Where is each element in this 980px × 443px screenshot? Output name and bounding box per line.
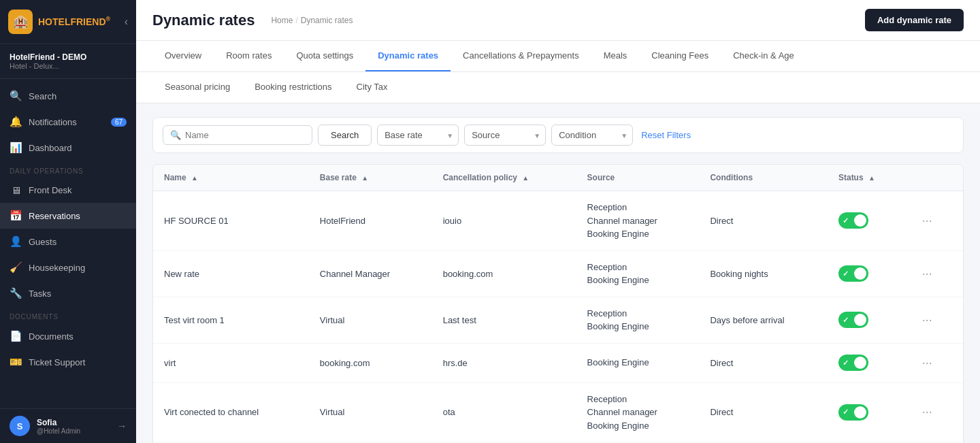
toggle-knob (854, 314, 866, 326)
search-button[interactable]: Search (318, 125, 372, 146)
reset-filters-button[interactable]: Reset Filters (641, 130, 691, 140)
cell-base-rate: Virtual (309, 382, 432, 442)
ticket-icon: 🎫 (10, 356, 22, 368)
row-actions-button[interactable]: ··· (917, 264, 938, 284)
sidebar-item-dashboard[interactable]: 📊 Dashboard (0, 135, 136, 161)
tab-overview[interactable]: Overview (152, 41, 214, 71)
row-actions-button[interactable]: ··· (917, 211, 938, 231)
row-actions-button[interactable]: ··· (917, 310, 938, 330)
toggle-knob (854, 357, 866, 369)
sidebar-item-tasks[interactable]: 🔧 Tasks (0, 280, 136, 306)
sidebar-item-ticket-support[interactable]: 🎫 Ticket Support (0, 349, 136, 375)
add-dynamic-rate-button[interactable]: Add dynamic rate (865, 9, 964, 31)
cell-cancellation-policy: Last test (432, 297, 576, 343)
table-row: New rate Channel Manager booking.com Rec… (153, 250, 963, 297)
tab-cleaning-fees[interactable]: Cleaning Fees (639, 41, 721, 71)
cell-status: ✓ (828, 297, 906, 343)
sort-arrow-base-rate: ▲ (361, 174, 368, 182)
sort-arrow-name: ▲ (191, 174, 198, 182)
sidebar-hotel-info: HotelFriend - DEMO Hotel - Delux... (0, 44, 136, 79)
cell-base-rate: Virtual (309, 297, 432, 343)
cell-cancellation-policy: hrs.de (432, 343, 576, 382)
sidebar-item-search[interactable]: 🔍 Search (0, 83, 136, 109)
tab-cancellations[interactable]: Cancellations & Prepayments (451, 41, 591, 71)
cell-source: ReceptionChannel managerBooking Engine (576, 191, 700, 251)
row-actions-button[interactable]: ··· (917, 402, 938, 422)
source-select[interactable]: Source (464, 125, 546, 146)
cell-actions: ··· (906, 191, 963, 251)
row-actions-button[interactable]: ··· (917, 353, 938, 373)
col-cancellation-policy[interactable]: Cancellation policy ▲ (432, 165, 576, 191)
nav-section-documents: DOCUMENTS (0, 306, 136, 323)
sidebar-logo: 🏨 HOTELFRIEND® ‹ (0, 0, 136, 44)
search-input-wrap: 🔍 (163, 125, 312, 145)
status-toggle[interactable]: ✓ (838, 265, 868, 282)
sidebar-item-reservations[interactable]: 📅 Reservations (0, 203, 136, 229)
footer-name: Sofia (37, 418, 110, 427)
sidebar-footer: S Sofia @Hotel Admin → (0, 408, 136, 443)
breadcrumb: Home / Dynamic rates (271, 16, 353, 25)
cell-actions: ··· (906, 343, 963, 382)
col-conditions: Conditions (699, 165, 828, 191)
tab-check-in-age[interactable]: Check-in & Age (721, 41, 806, 71)
filter-bar: 🔍 Search Base rate ▼ Source ▼ Condition (152, 117, 964, 153)
documents-icon: 📄 (10, 330, 22, 342)
footer-expand-button[interactable]: → (117, 421, 127, 431)
toggle-knob (854, 267, 866, 280)
sidebar-item-housekeeping[interactable]: 🧹 Housekeeping (0, 255, 136, 280)
status-toggle[interactable]: ✓ (838, 355, 868, 371)
sort-arrow-status: ▲ (868, 174, 875, 182)
toggle-check-icon: ✓ (843, 269, 849, 278)
source-filter: Source ▼ (464, 125, 546, 146)
toggle-knob (854, 214, 866, 227)
tasks-icon: 🔧 (10, 287, 22, 299)
cell-name: Test virt room 1 (153, 297, 309, 343)
col-base-rate[interactable]: Base rate ▲ (309, 165, 432, 191)
top-header: Dynamic rates Home / Dynamic rates Add d… (136, 0, 980, 41)
breadcrumb-home[interactable]: Home (271, 16, 293, 25)
cell-cancellation-policy: iouio (432, 191, 576, 251)
main-content: Dynamic rates Home / Dynamic rates Add d… (136, 0, 980, 443)
sidebar-collapse-button[interactable]: ‹ (125, 16, 128, 28)
sidebar-item-label: Notifications (29, 117, 77, 127)
sort-arrow-cancellation: ▲ (522, 174, 529, 182)
search-input[interactable] (185, 130, 305, 140)
tab-seasonal-pricing[interactable]: Seasonal pricing (152, 72, 242, 103)
cell-base-rate: booking.com (309, 343, 432, 382)
sidebar-item-notifications[interactable]: 🔔 Notifications 67 (0, 109, 136, 135)
tab-quota-settings[interactable]: Quota settings (284, 41, 365, 71)
sidebar-item-front-desk[interactable]: 🖥 Front Desk (0, 178, 136, 203)
sidebar-item-label: Housekeeping (29, 263, 85, 273)
tab-city-tax[interactable]: City Tax (344, 72, 400, 103)
nav-section-daily-ops: DAILY OPERATIONS (0, 161, 136, 178)
base-rate-filter: Base rate ▼ (377, 125, 459, 146)
tab-dynamic-rates[interactable]: Dynamic rates (365, 41, 451, 71)
search-icon: 🔍 (10, 90, 22, 102)
sidebar-item-guests[interactable]: 👤 Guests (0, 229, 136, 255)
condition-filter: Condition ▼ (551, 125, 633, 146)
footer-role: @Hotel Admin (37, 427, 110, 435)
cell-cancellation-policy: booking.com (432, 250, 576, 297)
tab-meals[interactable]: Meals (591, 41, 640, 71)
col-name[interactable]: Name ▲ (153, 165, 309, 191)
status-toggle[interactable]: ✓ (838, 404, 868, 421)
content-area: 🔍 Search Base rate ▼ Source ▼ Condition (136, 103, 980, 443)
status-toggle[interactable]: ✓ (838, 212, 868, 229)
sidebar-item-label: Ticket Support (29, 357, 85, 367)
status-toggle[interactable]: ✓ (838, 312, 868, 328)
cell-name: Virt conected to channel (153, 382, 309, 442)
sidebar-item-label: Dashboard (29, 143, 72, 153)
tab-room-rates[interactable]: Room rates (214, 41, 284, 71)
reservations-icon: 📅 (10, 210, 22, 222)
search-icon: 🔍 (170, 130, 181, 140)
cell-status: ✓ (828, 343, 906, 382)
condition-select[interactable]: Condition (551, 125, 633, 146)
breadcrumb-current: Dynamic rates (301, 16, 353, 25)
col-status[interactable]: Status ▲ (828, 165, 906, 191)
base-rate-select[interactable]: Base rate (377, 125, 459, 146)
cell-name: HF SOURCE 01 (153, 191, 309, 251)
sidebar-item-documents[interactable]: 📄 Documents (0, 323, 136, 349)
tab-booking-restrictions[interactable]: Booking restrictions (242, 72, 344, 103)
toggle-knob (854, 406, 866, 419)
cell-cancellation-policy: ota (432, 382, 576, 442)
